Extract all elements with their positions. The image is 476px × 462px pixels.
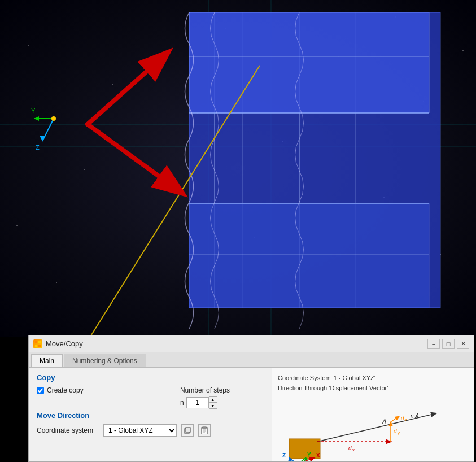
coord-system-select[interactable]: 1 - Global XYZ (103, 424, 177, 437)
svg-text:y: y (398, 430, 400, 435)
coord-paste-button[interactable] (198, 424, 211, 437)
svg-text:Z: Z (36, 144, 40, 151)
coord-system-label: Coordinate system (37, 426, 99, 434)
svg-text:d: d (348, 445, 352, 451)
maximize-button[interactable]: □ (442, 339, 455, 349)
svg-text:Z: Z (282, 452, 286, 459)
svg-rect-27 (35, 345, 37, 347)
tabs-container: Main Numbering & Options (29, 352, 474, 368)
svg-point-24 (51, 116, 56, 121)
left-panel: Copy Create copy Number of steps n (29, 368, 272, 461)
svg-rect-26 (38, 341, 41, 343)
svg-line-17 (88, 124, 181, 192)
svg-text:z: z (405, 417, 407, 422)
svg-text:n·A: n·A (411, 413, 419, 419)
right-panel: Coordinate System '1 - Global XYZ' Direc… (272, 368, 474, 461)
close-button[interactable]: ✕ (457, 339, 469, 349)
svg-text:Y: Y (31, 107, 36, 114)
svg-text:d: d (401, 415, 404, 421)
coord-diagram: A n·A d x d y d z (278, 396, 468, 461)
svg-text:X: X (316, 452, 320, 459)
steps-input[interactable] (186, 397, 209, 408)
coord-info-line2: Direction Through 'Displacement Vector' (278, 383, 468, 394)
svg-line-16 (88, 54, 167, 124)
svg-line-49 (391, 416, 399, 422)
coord-info-line1: Coordinate System '1 - Global XYZ' (278, 373, 468, 383)
svg-rect-32 (203, 427, 206, 429)
steps-up-button[interactable]: ▲ (209, 397, 217, 403)
dialog-icon (33, 339, 42, 348)
svg-text:Y: Y (307, 452, 311, 458)
svg-rect-25 (35, 341, 37, 343)
move-direction-title: Move Direction (37, 411, 264, 420)
steps-down-button[interactable]: ▼ (209, 403, 217, 408)
svg-text:d: d (394, 428, 397, 434)
svg-marker-22 (34, 116, 39, 121)
svg-text:A: A (382, 418, 386, 425)
tab-numbering-options[interactable]: Numbering & Options (64, 354, 146, 367)
n-label: n (180, 399, 184, 407)
create-copy-checkbox[interactable] (37, 387, 44, 394)
title-bar: Move/Copy − □ ✕ (29, 335, 474, 352)
create-copy-label[interactable]: Create copy (37, 386, 84, 394)
dialog-title: Move/Copy (46, 339, 83, 348)
svg-rect-39 (289, 439, 320, 459)
3d-viewport: Z Y (0, 0, 476, 337)
coord-copy-button[interactable] (181, 424, 194, 437)
tab-main[interactable]: Main (31, 354, 63, 367)
dialog-content: Copy Create copy Number of steps n (29, 368, 474, 461)
svg-rect-30 (186, 428, 190, 432)
svg-rect-28 (38, 345, 41, 347)
minimize-button[interactable]: − (427, 339, 440, 349)
svg-text:x: x (352, 447, 355, 452)
dialog: Move/Copy − □ ✕ Main Numbering & Options… (28, 335, 474, 462)
steps-label: Number of steps (180, 386, 230, 394)
copy-section-title: Copy (37, 373, 264, 382)
